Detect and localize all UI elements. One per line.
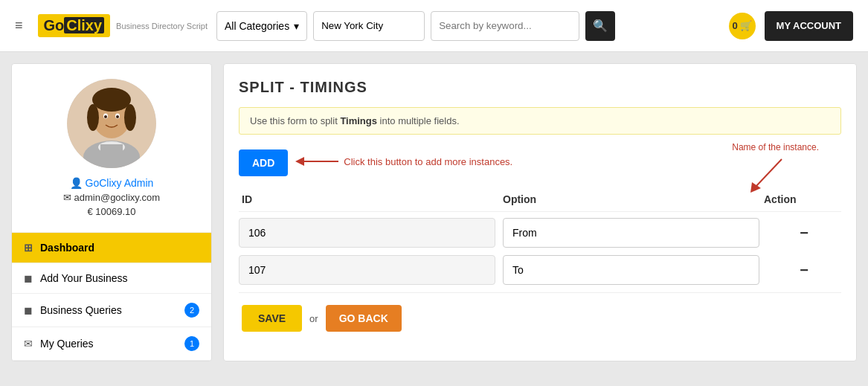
svg-point-11	[116, 115, 119, 118]
logo-subtitle: Business Directory Script	[116, 22, 208, 30]
location-input[interactable]	[313, 11, 425, 41]
search-input[interactable]	[431, 11, 579, 41]
queries-icon: ◼	[24, 304, 33, 316]
avatar	[67, 79, 156, 168]
info-text2: into multiple fields.	[377, 115, 460, 126]
svg-rect-7	[100, 144, 123, 159]
sidebar-item-business-queries[interactable]: ◼ Business Queries 2	[12, 294, 211, 327]
cart-badge[interactable]: 0 🛒	[729, 13, 756, 39]
search-button[interactable]: 🔍	[585, 11, 615, 41]
header-nav: All Categories ▾ 🔍	[216, 11, 720, 41]
header-right: 0 🛒 MY ACCOUNT	[729, 11, 853, 41]
dashboard-icon: ⊞	[24, 242, 33, 254]
profile-email: ✉ admin@goclixy.com	[27, 192, 196, 203]
arrow-left-icon	[295, 154, 340, 169]
or-text: or	[309, 313, 318, 324]
cart-count: 0	[732, 20, 737, 31]
row-2-id	[239, 255, 495, 285]
logo: GoClixy Business Directory Script	[38, 14, 208, 37]
hamburger-icon[interactable]: ≡	[15, 18, 23, 33]
add-annotation-text: Click this button to add more instances.	[344, 156, 512, 167]
sidebar-menu: ⊞ Dashboard ◼ Add Your Business ◼ Busine…	[12, 233, 211, 361]
sidebar: 👤 GoClixy Admin ✉ admin@goclixy.com € 10…	[11, 63, 212, 361]
sidebar-item-dashboard[interactable]: ⊞ Dashboard	[12, 233, 211, 263]
go-back-button[interactable]: GO BACK	[326, 305, 402, 332]
svg-point-5	[124, 104, 136, 131]
sidebar-item-add-business[interactable]: ◼ Add Your Business	[12, 263, 211, 294]
add-business-icon: ◼	[24, 272, 33, 284]
header: ≡ GoClixy Business Directory Script All …	[0, 0, 868, 52]
row-1-option[interactable]	[503, 218, 759, 248]
row-2-option[interactable]	[503, 255, 759, 285]
sidebar-profile: 👤 GoClixy Admin ✉ admin@goclixy.com € 10…	[12, 64, 211, 233]
row-1-delete-button[interactable]: −	[767, 225, 841, 242]
chevron-down-icon: ▾	[294, 20, 299, 32]
svg-point-3	[92, 88, 131, 112]
content-area: SPLIT - TIMINGS Use this form to split T…	[223, 63, 857, 361]
svg-line-14	[756, 159, 782, 187]
user-icon: 👤	[70, 177, 83, 189]
my-queries-badge: 1	[184, 336, 199, 351]
col-header-action: Action	[764, 193, 838, 205]
profile-name[interactable]: 👤 GoClixy Admin	[27, 177, 196, 189]
instance-arrow-icon	[745, 155, 819, 193]
table-row: −	[239, 255, 841, 285]
info-box: Use this form to split Timings into mult…	[239, 107, 841, 135]
profile-balance: € 10069.10	[27, 206, 196, 217]
col-header-id: ID	[242, 193, 503, 205]
row-1-id	[239, 218, 495, 248]
instance-annotation-text: Name of the instance.	[732, 142, 819, 152]
sidebar-item-label: Add Your Business	[40, 272, 128, 284]
bottom-actions: SAVE or GO BACK	[239, 292, 841, 344]
category-label: All Categories	[225, 20, 289, 32]
my-queries-icon: ✉	[24, 338, 33, 350]
svg-marker-13	[295, 157, 304, 166]
sidebar-item-my-queries[interactable]: ✉ My Queries 1	[12, 327, 211, 361]
category-dropdown[interactable]: All Categories ▾	[216, 11, 307, 41]
main-layout: 👤 GoClixy Admin ✉ admin@goclixy.com € 10…	[0, 52, 868, 373]
sidebar-item-label: Dashboard	[40, 242, 94, 254]
row-2-delete-button[interactable]: −	[767, 262, 841, 279]
page-title: SPLIT - TIMINGS	[239, 79, 841, 96]
table-row: −	[239, 218, 841, 248]
sidebar-item-label: Business Queries	[40, 304, 122, 316]
svg-point-10	[104, 115, 107, 118]
save-button[interactable]: SAVE	[242, 305, 302, 332]
add-button[interactable]: ADD	[239, 149, 288, 176]
info-bold: Timings	[340, 115, 377, 126]
logo-box: GoClixy	[38, 14, 111, 37]
cart-icon: 🛒	[740, 20, 752, 31]
logo-text: GoClixy	[44, 17, 105, 33]
my-account-button[interactable]: MY ACCOUNT	[765, 11, 853, 41]
svg-point-4	[87, 104, 99, 131]
email-icon: ✉	[63, 192, 71, 203]
col-header-option: Option	[503, 193, 764, 205]
info-text: Use this form to split	[250, 115, 340, 126]
sidebar-item-label: My Queries	[40, 338, 94, 350]
queries-badge: 2	[184, 303, 199, 318]
